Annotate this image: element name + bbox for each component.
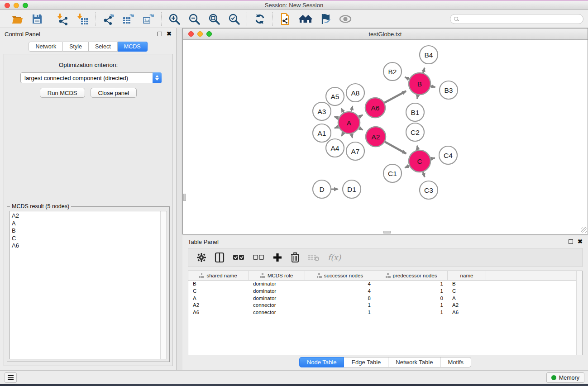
- table-cell[interactable]: C: [448, 288, 486, 295]
- node-A7[interactable]: A7: [346, 142, 364, 160]
- node-A3[interactable]: A3: [313, 102, 331, 120]
- edge-A6-B[interactable]: [384, 91, 406, 103]
- table-cell[interactable]: dominator: [249, 295, 305, 302]
- node-C[interactable]: C: [409, 150, 430, 172]
- window-titlebar[interactable]: Session: New Session: [0, 1, 588, 10]
- node-C2[interactable]: C2: [406, 123, 424, 141]
- table-cell[interactable]: C: [188, 288, 249, 295]
- node-A2[interactable]: A2: [366, 127, 386, 147]
- export-table-icon[interactable]: [122, 12, 135, 26]
- table-cell[interactable]: 4: [305, 281, 375, 288]
- table-cell[interactable]: A2: [448, 302, 486, 309]
- edge-C-C4[interactable]: [430, 158, 435, 159]
- table-tab-edge-table[interactable]: Edge Table: [344, 357, 388, 367]
- node-C1[interactable]: C1: [383, 164, 402, 182]
- table-row[interactable]: A6connector11A6: [188, 309, 576, 316]
- node-D[interactable]: D: [313, 180, 331, 198]
- float-panel-icon[interactable]: [158, 32, 162, 36]
- node-C4[interactable]: C4: [439, 146, 457, 164]
- table-scrollbar[interactable]: [576, 271, 582, 355]
- cyndex-icon[interactable]: [279, 12, 292, 26]
- edge-A-A2[interactable]: [359, 128, 363, 130]
- table-cell[interactable]: dominator: [249, 288, 305, 295]
- table-cell[interactable]: dominator: [249, 281, 305, 288]
- edge-B-B2[interactable]: [405, 77, 409, 79]
- edge-A-A5[interactable]: [341, 108, 344, 112]
- run-mcds-button[interactable]: Run MCDS: [40, 88, 85, 98]
- save-session-icon[interactable]: [30, 12, 44, 26]
- select-all-icon[interactable]: [233, 252, 244, 263]
- table-cell[interactable]: 1: [375, 309, 448, 316]
- table-cell[interactable]: B: [448, 281, 486, 288]
- canvas-hscroll-thumb[interactable]: [383, 231, 391, 234]
- add-column-icon[interactable]: [272, 252, 282, 263]
- search-input[interactable]: [450, 14, 583, 24]
- table-row[interactable]: Adominator80A: [188, 295, 576, 302]
- node-D1[interactable]: D1: [343, 180, 361, 198]
- edge-A-A6[interactable]: [359, 115, 363, 117]
- open-file-icon[interactable]: [10, 12, 24, 26]
- table-cell[interactable]: connector: [249, 309, 305, 316]
- edge-A2-C[interactable]: [385, 142, 406, 153]
- node-B[interactable]: B: [409, 73, 430, 95]
- table-cell[interactable]: 0: [375, 295, 448, 302]
- edge-C-C1[interactable]: [405, 166, 409, 167]
- settings-gear-icon[interactable]: [196, 252, 206, 263]
- window-resize-grip[interactable]: [581, 227, 587, 233]
- delete-table-icon[interactable]: [308, 252, 320, 263]
- column-header-successor-nodes[interactable]: successor nodes: [305, 271, 375, 280]
- edge-A-A8[interactable]: [351, 106, 353, 111]
- node-A[interactable]: A: [338, 112, 360, 133]
- edge-A-A3[interactable]: [335, 117, 339, 119]
- columns-icon[interactable]: [215, 252, 225, 263]
- node-B4[interactable]: B4: [420, 46, 438, 64]
- table-cell[interactable]: 1: [375, 281, 448, 288]
- eye-icon[interactable]: [339, 12, 352, 26]
- node-B3[interactable]: B3: [440, 81, 458, 99]
- table-cell[interactable]: 8: [305, 295, 375, 302]
- home-icon[interactable]: [299, 12, 312, 26]
- table-row[interactable]: A2connector11A2: [188, 302, 576, 309]
- mcds-result-item[interactable]: A6: [12, 242, 160, 250]
- table-cell[interactable]: A: [448, 295, 486, 302]
- import-network-icon[interactable]: [56, 12, 70, 26]
- edge-A-A7[interactable]: [351, 133, 352, 138]
- flag-icon[interactable]: [319, 12, 332, 26]
- table-tab-node-table[interactable]: Node Table: [299, 357, 344, 367]
- import-table-icon[interactable]: [76, 12, 90, 26]
- table-row[interactable]: Cdominator41C: [188, 288, 576, 295]
- edge-B-B1[interactable]: [417, 95, 418, 99]
- network-window-titlebar[interactable]: testGlobe.txt: [183, 29, 588, 40]
- task-history-button[interactable]: [5, 372, 17, 383]
- node-layer[interactable]: AA1A2A3A4A5A6A7A8BB1B2B3B4CC1C2C3C4DD1: [313, 46, 458, 199]
- table-cell[interactable]: A6: [448, 309, 486, 316]
- zoom-fit-icon[interactable]: [207, 12, 221, 26]
- edge-B-B3[interactable]: [430, 86, 435, 87]
- function-builder-icon[interactable]: f(x): [328, 252, 341, 263]
- control-tab-style[interactable]: Style: [63, 42, 89, 52]
- mcds-result-item[interactable]: B: [12, 227, 160, 235]
- delete-column-icon[interactable]: [291, 252, 300, 263]
- close-panel-button[interactable]: Close panel: [91, 88, 137, 98]
- node-A5[interactable]: A5: [326, 87, 344, 105]
- column-header-name[interactable]: name: [448, 271, 486, 280]
- edge-A-A1[interactable]: [335, 127, 339, 128]
- memory-button[interactable]: Memory: [546, 372, 584, 383]
- table-tab-network-table[interactable]: Network Table: [388, 357, 440, 367]
- mcds-result-item[interactable]: A: [12, 220, 160, 228]
- column-header-predecessor-nodes[interactable]: predecessor nodes: [375, 271, 448, 280]
- mcds-result-item[interactable]: C: [12, 235, 160, 243]
- edge-B-B4[interactable]: [423, 68, 425, 73]
- close-panel-icon[interactable]: ✖: [167, 32, 172, 36]
- control-tab-mcds[interactable]: MCDS: [118, 42, 148, 52]
- edge-A-A4[interactable]: [342, 133, 344, 136]
- table-cell[interactable]: 1: [375, 302, 448, 309]
- edge-C-C2[interactable]: [417, 146, 418, 150]
- table-cell[interactable]: connector: [249, 302, 305, 309]
- refresh-layout-icon[interactable]: [253, 12, 267, 26]
- zoom-in-icon[interactable]: [167, 12, 181, 26]
- control-tab-select[interactable]: Select: [89, 42, 118, 52]
- table-cell[interactable]: 1: [305, 309, 375, 316]
- export-network-icon[interactable]: [102, 12, 115, 26]
- table-cell[interactable]: 1: [305, 302, 375, 309]
